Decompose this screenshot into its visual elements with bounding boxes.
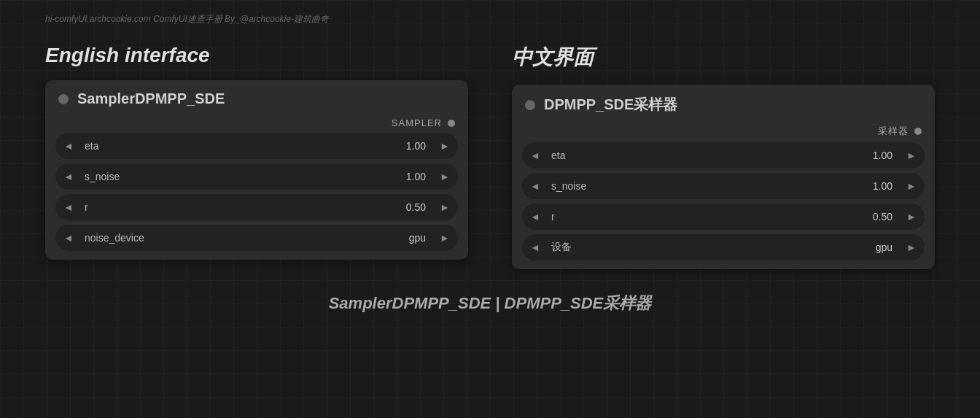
chinese-device-value: gpu — [876, 241, 898, 253]
english-field-eta: ◄ eta 1.00 ► — [55, 133, 458, 159]
english-field-snoise: ◄ s_noise 1.00 ► — [55, 163, 458, 190]
english-snoise-left-arrow[interactable]: ◄ — [55, 163, 82, 190]
english-field-r: ◄ r 0.50 ► — [55, 194, 458, 220]
chinese-field-snoise: ◄ s_noise 1.00 ► — [522, 173, 925, 199]
english-r-label: r — [82, 201, 406, 213]
english-noisedevice-left-arrow[interactable]: ◄ — [55, 225, 82, 251]
chinese-snoise-label: s_noise — [548, 180, 873, 192]
chinese-r-right-arrow[interactable]: ► — [898, 204, 925, 230]
footer-label: SamplerDPMPP_SDE | DPMPP_SDE采样器 — [0, 293, 980, 314]
chinese-r-left-arrow[interactable]: ◄ — [522, 204, 548, 230]
english-node-header: SamplerDPMPP_SDE — [45, 80, 468, 115]
english-noisedevice-right-arrow[interactable]: ► — [432, 225, 458, 251]
chinese-device-label: 设备 — [548, 241, 876, 254]
english-output-label: SAMPLER — [392, 117, 442, 128]
english-snoise-label: s_noise — [82, 171, 406, 182]
chinese-eta-value: 1.00 — [873, 150, 898, 161]
chinese-eta-right-arrow[interactable]: ► — [898, 142, 925, 169]
chinese-field-r: ◄ r 0.50 ► — [522, 204, 925, 230]
english-eta-right-arrow[interactable]: ► — [432, 133, 458, 159]
chinese-snoise-right-arrow[interactable]: ► — [898, 173, 925, 199]
chinese-output-label: 采样器 — [878, 125, 909, 138]
english-eta-left-arrow[interactable]: ◄ — [55, 133, 82, 159]
chinese-output-dot — [914, 128, 922, 135]
chinese-r-value: 0.50 — [873, 211, 898, 222]
chinese-eta-left-arrow[interactable]: ◄ — [522, 142, 548, 169]
chinese-section-title: 中文界面 — [512, 44, 935, 71]
chinese-eta-label: eta — [548, 150, 873, 161]
english-noisedevice-label: noise_device — [82, 232, 409, 244]
chinese-node-card: DPMPP_SDE采样器 采样器 ◄ eta 1.00 ► ◄ s_noise — [512, 85, 935, 269]
chinese-node-header: DPMPP_SDE采样器 — [512, 85, 935, 122]
english-snoise-value: 1.00 — [406, 171, 432, 182]
english-section-title: English interface — [45, 44, 468, 67]
english-r-value: 0.50 — [406, 201, 432, 213]
chinese-device-right-arrow[interactable]: ► — [898, 234, 925, 260]
english-panel: English interface SamplerDPMPP_SDE SAMPL… — [45, 44, 468, 269]
chinese-field-device: ◄ 设备 gpu ► — [522, 234, 925, 260]
english-output-row: SAMPLER — [45, 115, 468, 133]
chinese-fields: ◄ eta 1.00 ► ◄ s_noise 1.00 ► ◄ r 0.50 — [512, 142, 935, 260]
chinese-field-eta: ◄ eta 1.00 ► — [522, 142, 925, 169]
chinese-panel: 中文界面 DPMPP_SDE采样器 采样器 ◄ eta 1.00 ► — [512, 44, 935, 269]
english-node-card: SamplerDPMPP_SDE SAMPLER ◄ eta 1.00 ► ◄ … — [45, 80, 468, 260]
chinese-snoise-left-arrow[interactable]: ◄ — [522, 173, 548, 199]
chinese-device-left-arrow[interactable]: ◄ — [522, 234, 548, 260]
english-eta-value: 1.00 — [406, 140, 432, 152]
english-r-left-arrow[interactable]: ◄ — [55, 194, 82, 220]
english-field-noise-device: ◄ noise_device gpu ► — [55, 225, 458, 251]
chinese-r-label: r — [548, 211, 873, 222]
english-snoise-right-arrow[interactable]: ► — [432, 163, 458, 190]
english-output-dot — [448, 120, 455, 127]
chinese-snoise-value: 1.00 — [873, 180, 898, 192]
english-r-right-arrow[interactable]: ► — [432, 194, 458, 220]
chinese-node-dot — [525, 100, 535, 110]
english-eta-label: eta — [82, 140, 406, 152]
english-node-dot — [58, 94, 69, 104]
watermark: hi-comfyUI.archcookie.com ComfyUI速查手册 By… — [45, 13, 329, 26]
chinese-output-row: 采样器 — [512, 122, 935, 142]
english-noisedevice-value: gpu — [409, 232, 432, 244]
english-node-title: SamplerDPMPP_SDE — [77, 90, 225, 107]
english-fields: ◄ eta 1.00 ► ◄ s_noise 1.00 ► ◄ r 0.50 — [45, 133, 468, 251]
chinese-node-title: DPMPP_SDE采样器 — [544, 95, 677, 115]
